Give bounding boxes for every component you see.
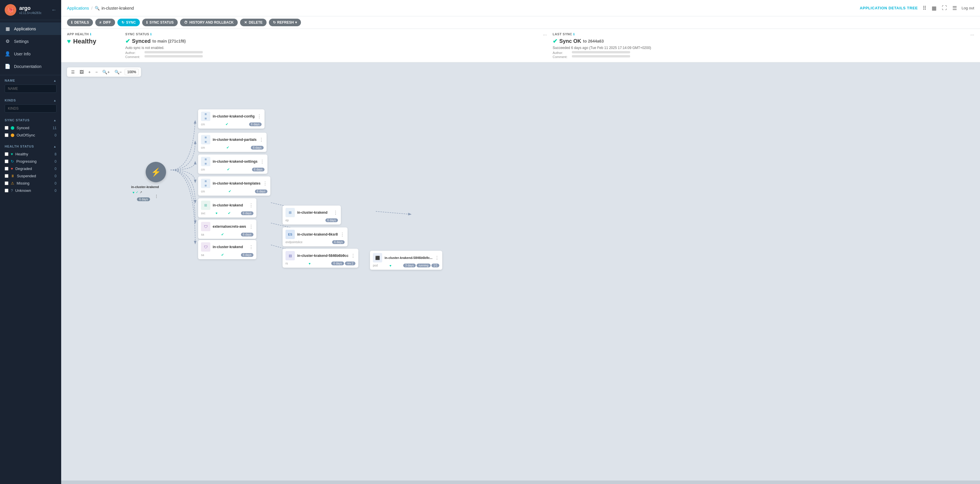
filter-unknown-checkbox[interactable] xyxy=(5,188,8,192)
delete-button[interactable]: ✕ DELETE xyxy=(240,19,267,26)
filter-synced-checkbox[interactable] xyxy=(5,126,8,130)
details-button[interactable]: ℹ DETAILS xyxy=(67,19,93,26)
sa-krakend-more-button[interactable]: ⋮ xyxy=(249,244,253,250)
filter-degraded-checkbox[interactable] xyxy=(5,167,8,171)
history-button[interactable]: ⏱ HISTORY AND ROLLBACK xyxy=(180,19,238,26)
rs-more-button[interactable]: ⋮ xyxy=(351,253,355,259)
es-more-button[interactable]: ⋮ xyxy=(340,232,345,237)
ep-more-button[interactable]: ⋮ xyxy=(333,210,338,216)
cm-partials-title: in-cluster-krakend-partials xyxy=(213,137,257,142)
cm-partials-more-button[interactable]: ⋮ xyxy=(259,137,264,142)
kinds-input[interactable] xyxy=(5,104,57,113)
filter-healthy[interactable]: ♥ Healthy 8 xyxy=(5,150,57,158)
sidebar: 🐙 argo v2.11.5+c4b283c ← ▦ Applications … xyxy=(0,0,61,484)
applications-label: Applications xyxy=(14,27,36,31)
sync-status-value: ✔ Synced to main (271c1f8) xyxy=(125,38,203,45)
root-node[interactable]: ⚡ xyxy=(146,162,166,182)
app-details-tree-label: APPLICATION DETAILS TREE xyxy=(860,6,918,10)
cm-settings-check-icon: ✔ xyxy=(227,167,230,171)
cm-settings-more-button[interactable]: ⋮ xyxy=(260,159,264,165)
sync-status-section-header[interactable]: SYNC STATUS ▲ xyxy=(5,118,57,122)
root-node-icon: ⚡ xyxy=(151,167,161,177)
svc-more-button[interactable]: ⋮ xyxy=(249,203,253,208)
last-sync-more-button[interactable]: ··· xyxy=(970,32,974,38)
tree-view-icon[interactable]: ⠿ xyxy=(921,4,928,13)
logo-avatar: 🐙 xyxy=(5,4,16,16)
add-tool-icon[interactable]: + xyxy=(86,69,92,75)
zoom-in-icon[interactable]: 🔍+ xyxy=(100,69,111,75)
sa-externalsecrets-more-button[interactable]: ⋮ xyxy=(249,224,253,230)
logout-button[interactable]: Log out xyxy=(962,6,974,10)
filter-progressing-checkbox[interactable] xyxy=(5,160,8,163)
sidebar-item-documentation[interactable]: 📄 Documentation xyxy=(0,60,61,73)
name-section-header[interactable]: NAME ▲ xyxy=(5,79,57,82)
es-type: endpointslice xyxy=(285,241,302,244)
name-input[interactable] xyxy=(5,85,57,93)
pod-heart-icon: ♥ xyxy=(390,264,391,267)
node-cm-partials[interactable]: ≡≡ in-cluster-krakend-partials ⋮ cm ✔ 6 … xyxy=(198,133,267,152)
back-button[interactable]: ← xyxy=(51,7,57,13)
zoom-out-icon[interactable]: 🔍− xyxy=(113,69,124,75)
filter-suspended[interactable]: ⏸ Suspended 0 xyxy=(5,173,57,180)
grid-view-icon[interactable]: ▦ xyxy=(931,4,938,13)
app-health-section: APP HEALTH ℹ ♥ Healthy xyxy=(67,32,119,59)
filter-outofsync[interactable]: OutOfSync 0 xyxy=(5,131,57,139)
sync-status-button[interactable]: ℹ SYNC STATUS xyxy=(142,19,178,26)
cm-config-more-button[interactable]: ⋮ xyxy=(257,114,262,119)
health-section-header[interactable]: HEALTH STATUS ▲ xyxy=(5,145,57,148)
cm-templates-more-button[interactable]: ⋮ xyxy=(263,181,267,186)
filter-healthy-checkbox[interactable] xyxy=(5,152,8,156)
sync-button[interactable]: ↻ SYNC xyxy=(118,19,140,26)
diff-button[interactable]: ≠ DIFF xyxy=(95,19,115,26)
canvas-scrollbar[interactable] xyxy=(61,481,980,484)
node-pod-krakend[interactable]: ⬛ in-cluster-krakend-5846b6b9c... ⋮ pod … xyxy=(370,251,442,270)
remove-tool-icon[interactable]: − xyxy=(94,69,99,75)
kinds-section-header[interactable]: KINDS ▲ xyxy=(5,99,57,102)
filter-unknown[interactable]: ? Unknown 0 xyxy=(5,187,57,194)
node-cm-settings[interactable]: ≡≡ in-cluster-krakend-settings ⋮ cm ✔ 6 … xyxy=(198,155,267,174)
filter-missing-checkbox[interactable] xyxy=(5,181,8,185)
app-health-info-icon: ℹ xyxy=(90,33,91,36)
filter-degraded[interactable]: ♥ Degraded 0 xyxy=(5,165,57,173)
filter-progressing[interactable]: ↻ Progressing 0 xyxy=(5,158,57,165)
node-es-krakend[interactable]: ES in-cluster-krakend-6ksr8 ⋮ endpointsl… xyxy=(283,227,348,246)
svc-age: 6 days xyxy=(241,211,253,215)
node-svc[interactable]: ⊞ in-cluster-krakend ⋮ svc ♥ ✔ 6 days xyxy=(198,198,256,217)
node-sa-krakend[interactable]: 🛡 in-cluster-krakend ⋮ sa ✔ 6 days xyxy=(198,240,256,259)
last-sync-detail: Succeeded 6 days ago (Tue Feb 11 2025 17… xyxy=(553,46,651,50)
sync-icon: ↻ xyxy=(121,21,124,24)
healthy-label: Healthy xyxy=(16,152,52,156)
network-view-icon[interactable]: ⛶ xyxy=(941,4,948,12)
root-node-more[interactable]: ⋮ xyxy=(154,194,159,198)
pod-krakend-icon: ⬛ xyxy=(373,253,382,262)
node-cm-config[interactable]: ≡≡ in-cluster-krakend-config ⋮ cm ✔ 6 da… xyxy=(198,109,264,129)
node-sa-externalsecrets[interactable]: 🛡 externalsecrets-aws ⋮ sa ✔ 6 days xyxy=(198,220,256,239)
filter-synced[interactable]: Synced 11 xyxy=(5,124,57,131)
graph-canvas[interactable]: ☰ 🖼 + − 🔍+ 🔍− 100% xyxy=(61,63,980,484)
filter-missing[interactable]: ⚠ Missing 0 xyxy=(5,180,57,187)
rs-heart-icon: ♥ xyxy=(309,262,311,265)
breadcrumb-applications-link[interactable]: Applications xyxy=(67,6,89,11)
logo-name: argo xyxy=(19,5,41,11)
list-view-icon[interactable]: ☰ xyxy=(951,4,958,13)
pod-more-button[interactable]: ⋮ xyxy=(435,255,439,261)
node-cm-templates[interactable]: ≡≡ in-cluster-krakend-templates ⋮ cm ✔ 6… xyxy=(198,176,270,196)
sidebar-item-settings[interactable]: ⚙ Settings xyxy=(0,35,61,48)
image-tool-icon[interactable]: 🖼 xyxy=(78,69,85,75)
sa-krakend-icon: 🛡 xyxy=(201,242,210,252)
sync-more-button[interactable]: ··· xyxy=(543,32,547,38)
sync-meta: Author: Comment: xyxy=(125,51,203,59)
refresh-button[interactable]: ↻ REFRESH ▾ xyxy=(269,19,301,26)
sidebar-item-applications[interactable]: ▦ Applications xyxy=(0,22,61,35)
filter-suspended-checkbox[interactable] xyxy=(5,174,8,178)
node-ep-krakend[interactable]: ⊞ in-cluster-krakend ⋮ ep 6 days xyxy=(283,206,341,225)
last-sync-author-value xyxy=(572,51,630,53)
node-rs-krakend[interactable]: ▤ in-cluster-krakend-5846b6b9cc ⋮ rs ♥ 6… xyxy=(283,249,358,268)
missing-label: Missing xyxy=(17,181,52,185)
outofsync-dot xyxy=(11,134,14,137)
cm-config-title: in-cluster-krakend-config xyxy=(213,114,255,118)
cm-config-type: cm xyxy=(201,123,205,126)
filter-outofsync-checkbox[interactable] xyxy=(5,133,8,137)
sidebar-item-user-info[interactable]: 👤 User Info xyxy=(0,48,61,60)
list-tool-icon[interactable]: ☰ xyxy=(69,69,76,75)
